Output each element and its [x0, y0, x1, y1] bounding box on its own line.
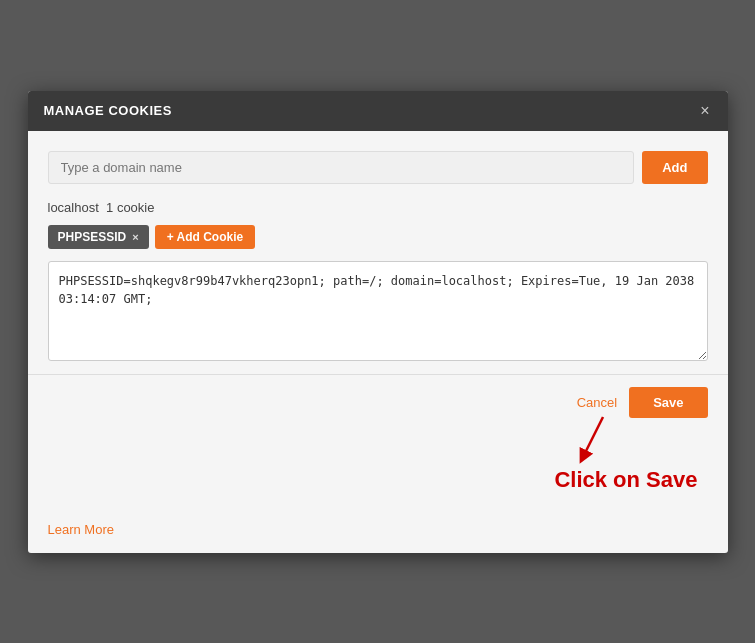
arrow-icon — [548, 412, 608, 472]
modal-footer: Cancel Save — [28, 374, 728, 430]
learn-more-section: Learn More — [28, 510, 728, 553]
modal-body: Add localhost 1 cookie PHPSESSID × + Add… — [28, 131, 728, 374]
learn-more-link[interactable]: Learn More — [48, 522, 114, 537]
domain-info: localhost 1 cookie — [48, 200, 708, 215]
svg-line-0 — [583, 417, 603, 457]
phpsessid-tab[interactable]: PHPSESSID × — [48, 225, 149, 249]
cookie-editor[interactable]: PHPSESSID=shqkegv8r99b47vkherq23opn1; pa… — [48, 261, 708, 361]
cookie-tabs: PHPSESSID × + Add Cookie — [48, 225, 708, 249]
cancel-button[interactable]: Cancel — [577, 395, 617, 410]
add-domain-button[interactable]: Add — [642, 151, 707, 184]
domain-name: localhost — [48, 200, 99, 215]
annotation-area: Click on Save — [28, 430, 728, 510]
cookie-count: 1 cookie — [106, 200, 154, 215]
close-button[interactable]: × — [698, 103, 711, 119]
modal-title: MANAGE COOKIES — [44, 103, 172, 118]
domain-input[interactable] — [48, 151, 635, 184]
modal-header: MANAGE COOKIES × — [28, 91, 728, 131]
save-button[interactable]: Save — [629, 387, 707, 418]
add-cookie-button[interactable]: + Add Cookie — [155, 225, 256, 249]
manage-cookies-modal: MANAGE COOKIES × Add localhost 1 cookie … — [28, 91, 728, 553]
cookie-tag-close-icon[interactable]: × — [132, 231, 138, 243]
domain-row: Add — [48, 151, 708, 184]
editor-container: PHPSESSID=shqkegv8r99b47vkherq23opn1; pa… — [48, 261, 708, 364]
cookie-tag-name: PHPSESSID — [58, 230, 127, 244]
